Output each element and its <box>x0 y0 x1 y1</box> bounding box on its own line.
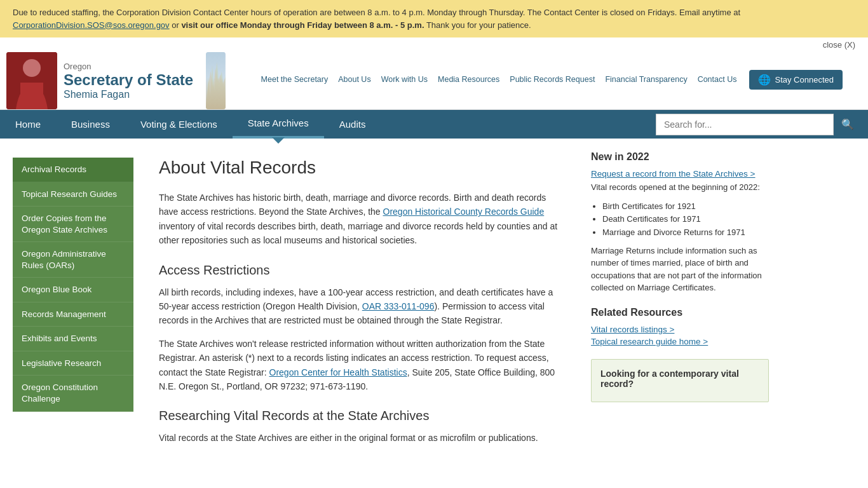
nav-public-records[interactable]: Public Records Request <box>510 75 595 84</box>
access-restrictions-heading: Access Restrictions <box>159 263 566 278</box>
list-item: Marriage and Divorce Returns for 1971 <box>602 226 769 240</box>
new-in-2022-heading: New in 2022 <box>591 151 769 163</box>
sidebar-item-legislative-research[interactable]: Legislative Research <box>13 351 133 376</box>
nav-media-resources[interactable]: Media Resources <box>438 75 499 84</box>
logo-sos: Secretary of State <box>64 71 193 89</box>
top-nav: Meet the Secretary About Us Work with Us… <box>238 66 855 96</box>
nav-audits[interactable]: Audits <box>324 111 381 137</box>
sidebar-item-constitution-challenge[interactable]: Oregon Constitution Challenge <box>13 376 133 411</box>
topical-guide-link[interactable]: Topical research guide home > <box>591 337 769 346</box>
nav-meet-secretary[interactable]: Meet the Secretary <box>261 75 329 84</box>
related-resources: Related Resources Vital records listings… <box>591 307 769 346</box>
alert-text3: Thank you for your patience. <box>424 20 531 30</box>
researching-p1: Vital records at the State Archives are … <box>159 431 566 445</box>
alert-text2: or <box>170 20 182 30</box>
stay-connected-label: Stay Connected <box>775 75 834 85</box>
sidebar-item-archival-records[interactable]: Archival Records <box>13 158 133 182</box>
search-area: 🔍 <box>381 113 868 135</box>
svg-rect-3 <box>206 52 226 109</box>
main-nav: Home Business Voting & Elections State A… <box>0 110 868 139</box>
health-statistics-link[interactable]: Oregon Center for Health Statistics <box>269 367 407 377</box>
page-content: Archival Records Topical Research Guides… <box>0 139 868 473</box>
logo-figure <box>6 52 57 109</box>
request-record-link[interactable]: Request a record from the State Archives… <box>591 169 769 179</box>
sidebar: Archival Records Topical Research Guides… <box>13 151 133 461</box>
header: Oregon Secretary of State Shemia Fagan M… <box>0 52 868 110</box>
main-content: About Vital Records The State Archives h… <box>146 151 578 461</box>
page-title: About Vital Records <box>159 158 566 178</box>
nav-financial[interactable]: Financial Transparency <box>605 75 687 84</box>
nav-business[interactable]: Business <box>56 111 125 137</box>
intro-paragraph: The State Archives has historic birth, d… <box>159 191 566 248</box>
vital-records-link[interactable]: Vital records listings > <box>591 325 769 334</box>
county-records-link[interactable]: Oregon Historical County Records Guide <box>383 207 545 217</box>
header-left: Oregon Secretary of State Shemia Fagan <box>6 52 193 109</box>
access-restrictions-p1: All birth records, including indexes, ha… <box>159 285 566 328</box>
logo-area: Oregon Secretary of State Shemia Fagan <box>6 52 193 109</box>
contemporary-title: Looking for a contemporary vital record? <box>600 369 759 389</box>
opened-list: Birth Certificates for 1921 Death Certif… <box>602 200 769 240</box>
list-item: Birth Certificates for 1921 <box>602 200 769 214</box>
sidebar-item-oars[interactable]: Oregon Administrative Rules (OARs) <box>13 242 133 278</box>
svg-rect-2 <box>20 83 43 95</box>
alert-text: Due to reduced staffing, the Corporation… <box>13 8 740 17</box>
alert-email[interactable]: CorporationDivision.SOS@sos.oregon.gov <box>13 20 170 30</box>
logo-text: Oregon Secretary of State Shemia Fagan <box>64 62 193 100</box>
alert-bold: visit our office Monday through Friday b… <box>181 20 424 30</box>
alert-banner: Due to reduced staffing, the Corporation… <box>0 0 868 37</box>
nav-home[interactable]: Home <box>0 111 56 137</box>
nav-state-archives[interactable]: State Archives <box>233 110 324 139</box>
header-background <box>206 52 226 109</box>
search-button[interactable]: 🔍 <box>834 113 862 135</box>
sidebar-item-order-copies[interactable]: Order Copies from the Oregon State Archi… <box>13 207 133 242</box>
nav-work-with-us[interactable]: Work with Us <box>381 75 428 84</box>
close-button[interactable]: close (X) <box>823 40 855 50</box>
search-icon: 🔍 <box>841 119 854 130</box>
contemporary-vital-box: Looking for a contemporary vital record? <box>591 359 769 402</box>
logo-oregon: Oregon <box>64 62 193 71</box>
nav-voting[interactable]: Voting & Elections <box>125 111 233 137</box>
stay-connected-button[interactable]: 🌐 Stay Connected <box>749 70 843 90</box>
close-bar: close (X) <box>0 37 868 52</box>
sidebar-item-exhibits-events[interactable]: Exhibits and Events <box>13 327 133 351</box>
oar-link[interactable]: OAR 333-011-096 <box>362 301 435 311</box>
researching-heading: Researching Vital Records at the State A… <box>159 409 566 423</box>
nav-contact-us[interactable]: Contact Us <box>698 75 737 84</box>
opened-text: Vital records opened at the beginning of… <box>591 181 769 194</box>
svg-point-1 <box>23 59 41 77</box>
sidebar-item-records-management[interactable]: Records Management <box>13 302 133 327</box>
sidebar-item-topical-research[interactable]: Topical Research Guides <box>13 182 133 207</box>
nav-about-us[interactable]: About Us <box>338 75 370 84</box>
sidebar-item-blue-book[interactable]: Oregon Blue Book <box>13 278 133 302</box>
access-restrictions-p2: The State Archives won't release restric… <box>159 337 566 394</box>
list-item: Death Certificates for 1971 <box>602 213 769 226</box>
marriage-text: Marriage Returns include information suc… <box>591 245 769 294</box>
related-resources-heading: Related Resources <box>591 307 769 318</box>
globe-icon: 🌐 <box>758 74 771 86</box>
right-sidebar: New in 2022 Request a record from the St… <box>591 151 769 461</box>
search-input[interactable] <box>656 114 834 135</box>
logo-name: Shemia Fagan <box>64 89 193 100</box>
